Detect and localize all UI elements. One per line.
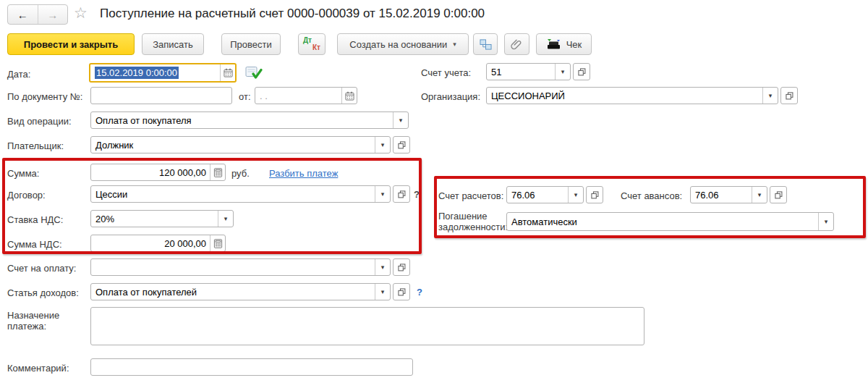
- advance-account-value: 76.06: [691, 187, 752, 203]
- accounting-account-open-button[interactable]: [573, 63, 590, 80]
- chevron-down-icon[interactable]: ▾: [375, 284, 390, 300]
- debt-repayment-combo[interactable]: Автоматически ▾: [506, 212, 834, 231]
- open-picker-icon: [591, 191, 599, 199]
- chevron-down-icon[interactable]: ▾: [568, 187, 583, 203]
- operation-kind-value: Оплата от покупателя: [91, 112, 393, 128]
- by-document-date-field[interactable]: . .: [255, 87, 357, 104]
- calendar-icon[interactable]: [220, 64, 235, 81]
- back-arrow-icon: ←: [17, 9, 28, 21]
- income-item-label: Статья доходов:: [7, 287, 79, 298]
- chevron-down-icon: ▾: [453, 41, 456, 48]
- chevron-down-icon[interactable]: ▾: [375, 186, 390, 202]
- accounting-account-label: Счет учета:: [421, 67, 471, 78]
- post-button[interactable]: Провести: [221, 33, 281, 55]
- date-field[interactable]: 15.02.2019 0:00:00: [89, 63, 237, 83]
- contract-help-icon[interactable]: ?: [414, 189, 420, 200]
- advance-account-open-button[interactable]: [770, 186, 787, 203]
- payer-combo[interactable]: Должник ▾: [90, 136, 391, 153]
- advance-account-label: Счет авансов:: [621, 190, 682, 201]
- open-picker-icon: [786, 92, 793, 100]
- income-item-help-icon[interactable]: ?: [417, 287, 422, 298]
- amount-value: 120 000,00: [91, 164, 210, 180]
- settlement-account-combo[interactable]: 76.06 ▾: [506, 186, 584, 203]
- dtkt-postings-button[interactable]: Дт Кт: [298, 33, 326, 55]
- forward-button[interactable]: →: [38, 5, 68, 24]
- post-and-close-button[interactable]: Провести и закрыть: [7, 33, 135, 55]
- contract-combo[interactable]: Цессии ▾: [90, 185, 391, 203]
- date-label: Дата:: [7, 69, 30, 80]
- create-based-on-button[interactable]: Создать на основании ▾: [337, 33, 469, 55]
- payer-open-button[interactable]: [393, 136, 410, 153]
- contract-value: Цессии: [91, 186, 375, 202]
- vat-rate-value: 20%: [91, 211, 218, 227]
- debit-label: Дт: [303, 37, 312, 44]
- payment-invoice-value: [91, 259, 375, 275]
- payment-invoice-open-button[interactable]: [393, 258, 410, 276]
- by-document-number-input[interactable]: [90, 87, 232, 104]
- payer-label: Плательщик:: [7, 140, 64, 151]
- settlement-account-open-button[interactable]: [586, 186, 603, 203]
- chevron-down-icon[interactable]: ▾: [218, 211, 233, 227]
- vat-amount-value: 20 000,00: [91, 235, 210, 251]
- attachments-button[interactable]: [504, 33, 529, 55]
- vat-rate-combo[interactable]: 20% ▾: [90, 210, 234, 227]
- write-button[interactable]: Записать: [142, 33, 204, 55]
- from-label: от:: [239, 91, 251, 102]
- organization-combo[interactable]: ЦЕССИОНАРИЙ ▾: [486, 87, 778, 104]
- calendar-icon[interactable]: [341, 88, 357, 104]
- chevron-down-icon[interactable]: ▾: [375, 259, 390, 275]
- paperclip-icon: [511, 38, 523, 51]
- advance-account-combo[interactable]: 76.06 ▾: [690, 186, 767, 203]
- open-picker-icon: [398, 141, 406, 149]
- settlement-account-label: Счет расчетов:: [438, 190, 503, 201]
- operation-kind-combo[interactable]: Оплата от покупателя ▾: [90, 111, 409, 129]
- document-window: ← → ☆ Поступление на расчетный счет 0000…: [0, 0, 868, 383]
- receipt-label: Чек: [566, 39, 582, 50]
- accounting-account-combo[interactable]: 51 ▾: [486, 63, 571, 80]
- document-structure-button[interactable]: [473, 33, 498, 55]
- related-documents-icon: [479, 38, 493, 51]
- settlement-account-value: 76.06: [507, 187, 568, 203]
- open-picker-icon: [775, 191, 783, 199]
- contract-label: Договор:: [7, 190, 46, 201]
- calculator-icon[interactable]: [210, 164, 225, 180]
- payment-invoice-label: Счет на оплату:: [7, 263, 76, 274]
- cash-register-icon: [546, 38, 562, 50]
- chevron-down-icon[interactable]: ▾: [555, 64, 570, 80]
- comment-label: Комментарий:: [7, 363, 69, 374]
- payment-purpose-textarea[interactable]: [90, 307, 644, 345]
- income-item-combo[interactable]: Оплата от покупателей ▾: [90, 283, 391, 300]
- forward-arrow-icon: →: [47, 9, 58, 21]
- operation-kind-label: Вид операции:: [7, 116, 72, 127]
- payer-value: Должник: [91, 137, 375, 153]
- chevron-down-icon[interactable]: ▾: [818, 213, 833, 230]
- calculator-icon[interactable]: [210, 235, 225, 251]
- back-button[interactable]: ←: [8, 5, 38, 24]
- chevron-down-icon[interactable]: ▾: [375, 137, 390, 153]
- posted-status-icon: [245, 66, 263, 80]
- comment-input[interactable]: [90, 358, 413, 376]
- create-based-on-label: Создать на основании: [349, 39, 447, 50]
- chevron-down-icon[interactable]: ▾: [762, 88, 778, 104]
- amount-field[interactable]: 120 000,00: [90, 164, 226, 181]
- chevron-down-icon[interactable]: ▾: [752, 187, 767, 203]
- organization-value: ЦЕССИОНАРИЙ: [487, 88, 762, 104]
- chevron-down-icon[interactable]: ▾: [393, 112, 408, 128]
- date-value: 15.02.2019 0:00:00: [95, 67, 179, 79]
- by-document-date-value: . .: [255, 88, 341, 104]
- debt-repayment-label: Погашение задолженности:: [438, 211, 505, 232]
- nav-history-group: ← →: [7, 4, 68, 25]
- credit-label: Кт: [312, 44, 320, 51]
- favorite-star-icon[interactable]: ☆: [74, 4, 88, 22]
- organization-open-button[interactable]: [780, 87, 798, 104]
- vat-amount-field[interactable]: 20 000,00: [90, 235, 226, 252]
- debt-repayment-value: Автоматически: [507, 213, 818, 230]
- receipt-button[interactable]: Чек: [536, 33, 592, 55]
- by-document-label: По документу №:: [7, 91, 82, 102]
- open-picker-icon: [578, 68, 586, 76]
- split-payment-link[interactable]: Разбить платеж: [269, 168, 338, 179]
- income-item-open-button[interactable]: [393, 283, 410, 300]
- contract-open-button[interactable]: [393, 185, 410, 203]
- currency-label: руб.: [231, 168, 250, 179]
- payment-invoice-combo[interactable]: ▾: [90, 258, 391, 276]
